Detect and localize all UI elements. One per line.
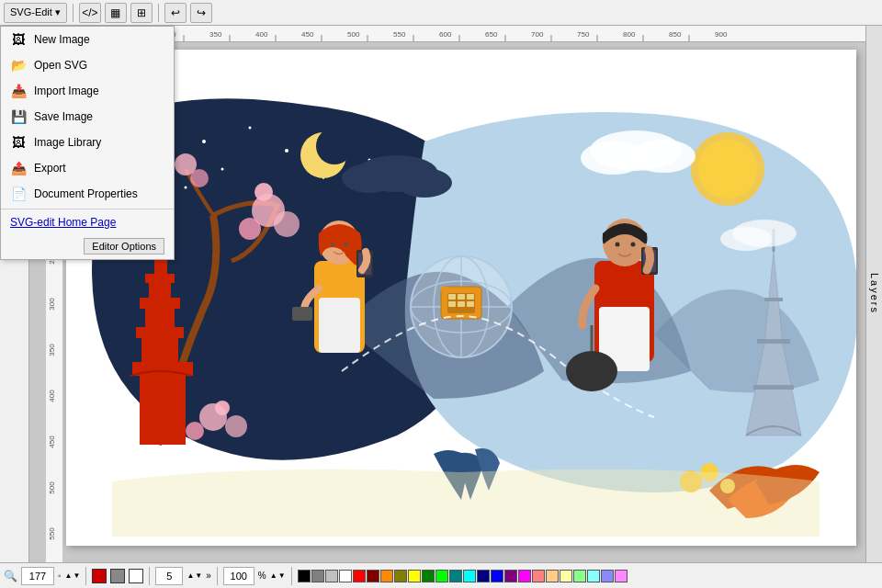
svg-rect-112	[292, 307, 312, 321]
size-up-icon: ▲	[187, 571, 194, 580]
palette-color-swatch[interactable]	[615, 570, 628, 582]
palette-color-swatch[interactable]	[408, 570, 421, 582]
palette-color-swatch[interactable]	[601, 570, 614, 582]
stroke-size-input[interactable]	[155, 567, 183, 585]
menu-item-document-properties-label: Document Properties	[34, 187, 138, 200]
svg-rect-101	[467, 294, 474, 300]
palette-color-swatch[interactable]	[435, 570, 448, 582]
bottom-sep-2	[149, 567, 150, 585]
palette-color-swatch[interactable]	[477, 570, 490, 582]
svg-point-80	[698, 140, 757, 198]
menu-item-import-image[interactable]: 📥 Import Image	[1, 78, 174, 104]
menu-item-export-label: Export	[34, 162, 66, 175]
svg-point-47	[249, 127, 252, 130]
opacity-up-icon: ▲	[270, 571, 277, 580]
palette-color-swatch[interactable]	[367, 570, 379, 582]
bottom-toolbar: 🔍 ◦ ▲ ▼ ▲ ▼ » % ▲ ▼	[0, 562, 882, 588]
undo-btn[interactable]: ↩	[164, 3, 187, 23]
svg-text:300: 300	[48, 298, 56, 311]
palette-color-swatch[interactable]	[504, 570, 517, 582]
fill-color-swatch[interactable]	[110, 569, 125, 583]
palette-color-swatch[interactable]	[422, 570, 435, 582]
svg-point-120	[566, 351, 617, 391]
menu-divider-1	[1, 209, 174, 209]
svg-rect-102	[448, 301, 456, 307]
svg-point-116	[616, 243, 620, 247]
svg-rect-77	[154, 259, 167, 277]
menu-item-image-library[interactable]: 🖼 Image Library	[1, 130, 174, 155]
up-arrow-icon: ▲	[65, 571, 73, 580]
svg-point-46	[202, 140, 206, 143]
bg-color-swatch[interactable]	[129, 569, 143, 583]
bottom-sep-1	[85, 567, 86, 585]
palette-color-swatch[interactable]	[298, 570, 311, 582]
grid-btn[interactable]: ⊞	[130, 3, 153, 23]
svg-edit-home-link[interactable]: SVG-edit Home Page	[1, 211, 174, 233]
zoom-input[interactable]	[21, 567, 54, 585]
svg-rect-73	[145, 305, 175, 331]
svg-text:850: 850	[669, 30, 682, 39]
svg-point-87	[631, 140, 695, 173]
redo-btn[interactable]: ↪	[190, 3, 212, 23]
menu-item-document-properties[interactable]: 📄 Document Properties	[1, 181, 174, 207]
opacity-input[interactable]	[223, 567, 254, 585]
palette-color-swatch[interactable]	[325, 570, 338, 582]
palette-color-swatch[interactable]	[353, 570, 366, 582]
percent-icon: %	[258, 571, 266, 581]
svg-text:400: 400	[255, 30, 268, 39]
editor-options-container: Editor Options	[1, 233, 174, 259]
align-btn[interactable]: ▦	[105, 3, 127, 23]
palette-color-swatch[interactable]	[380, 570, 393, 582]
palette-color-swatch[interactable]	[587, 570, 600, 582]
svg-edit-menu-btn[interactable]: SVG-Edit ▾	[4, 3, 67, 23]
menu-item-open-svg[interactable]: 📂 Open SVG	[1, 52, 174, 78]
svg-rect-99	[448, 294, 456, 300]
menu-item-new-image[interactable]: 🖼 New Image	[1, 27, 174, 52]
svg-text:800: 800	[623, 30, 636, 39]
menu-item-image-library-label: Image Library	[34, 136, 101, 149]
palette-color-swatch[interactable]	[491, 570, 503, 582]
svg-point-62	[254, 183, 273, 201]
svg-text:450: 450	[301, 30, 314, 39]
svg-point-109	[345, 243, 348, 246]
palette-color-swatch[interactable]	[449, 570, 462, 582]
save-image-icon: 💾	[10, 108, 27, 125]
svg-point-57	[342, 164, 397, 193]
menu-item-import-image-label: Import Image	[34, 85, 99, 97]
code-view-btn[interactable]: </>	[79, 3, 101, 23]
editor-options-btn[interactable]: Editor Options	[84, 238, 164, 254]
svg-rect-104	[467, 301, 474, 307]
palette-color-swatch[interactable]	[463, 570, 476, 582]
svg-point-60	[274, 211, 300, 237]
palette-color-swatch[interactable]	[518, 570, 531, 582]
color-palette	[298, 570, 628, 582]
palette-color-swatch[interactable]	[532, 570, 545, 582]
open-svg-icon: 📂	[10, 57, 27, 74]
palette-color-swatch[interactable]	[394, 570, 407, 582]
svg-point-58	[397, 168, 452, 198]
bottom-sep-4	[291, 567, 292, 585]
palette-color-swatch[interactable]	[311, 570, 324, 582]
right-panel-layers[interactable]: Layers	[865, 26, 882, 562]
svg-rect-106	[319, 298, 360, 353]
menu-item-save-image[interactable]: 💾 Save Image	[1, 104, 174, 130]
svg-point-66	[225, 415, 247, 437]
svg-point-48	[285, 149, 288, 153]
palette-color-swatch[interactable]	[560, 570, 572, 582]
svg-text:750: 750	[577, 30, 590, 39]
stroke-color-swatch[interactable]	[92, 569, 107, 583]
svg-rect-100	[458, 294, 465, 300]
svg-rect-83	[764, 298, 783, 301]
import-image-icon: 📥	[10, 83, 27, 99]
opacity-down-icon: ▼	[278, 571, 286, 580]
menu-item-export[interactable]: 📤 Export	[1, 155, 174, 181]
svg-rect-81	[753, 385, 794, 390]
document-properties-icon: 📄	[10, 186, 27, 202]
palette-color-swatch[interactable]	[546, 570, 559, 582]
palette-color-swatch[interactable]	[339, 570, 352, 582]
svg-point-108	[331, 243, 334, 246]
palette-color-swatch[interactable]	[573, 570, 586, 582]
svg-text:500: 500	[347, 30, 360, 39]
code-icon: </>	[82, 6, 97, 19]
menu-item-new-image-label: New Image	[34, 33, 90, 46]
